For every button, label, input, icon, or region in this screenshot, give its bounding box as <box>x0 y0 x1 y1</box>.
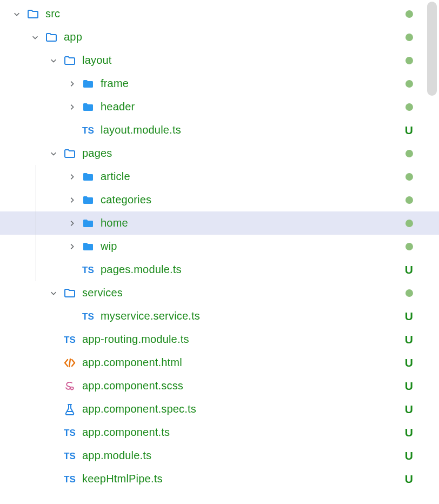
git-modified-dot <box>405 289 413 297</box>
tree-item-label: app <box>64 31 82 43</box>
git-modified-dot <box>405 220 413 227</box>
chevron-down-icon[interactable] <box>29 31 41 43</box>
tree-item-label: home <box>101 217 128 229</box>
tree-item-label: wip <box>101 240 117 253</box>
folder-icon <box>26 7 40 21</box>
git-untracked-badge: U <box>405 380 413 393</box>
git-modified-dot <box>405 173 413 181</box>
git-untracked-badge: U <box>405 473 413 486</box>
folder-icon <box>81 216 95 230</box>
tree-row[interactable]: keepHtmlPipe.tsU <box>0 467 439 490</box>
tree-row[interactable]: app.component.spec.tsU <box>0 397 439 421</box>
tree-row[interactable]: app.component.htmlU <box>0 351 439 374</box>
folder-icon <box>81 100 95 114</box>
chevron-down-icon[interactable] <box>48 287 59 299</box>
tree-item-label: layout <box>82 54 112 67</box>
tree-item-label: header <box>101 101 135 113</box>
git-untracked-badge: U <box>405 124 413 137</box>
typescript-file-icon <box>81 309 95 323</box>
chevron-right-icon[interactable] <box>66 194 78 206</box>
tree-row[interactable]: wip <box>0 235 439 258</box>
folder-icon <box>81 170 95 184</box>
chevron-down-icon[interactable] <box>48 55 59 67</box>
git-untracked-badge: U <box>405 449 413 462</box>
folder-icon <box>81 193 95 207</box>
chevron-right-icon[interactable] <box>66 171 78 183</box>
tree-row[interactable]: pages.module.tsU <box>0 258 439 281</box>
chevron-right-icon[interactable] <box>66 217 78 229</box>
git-modified-dot <box>405 150 413 157</box>
git-modified-dot <box>405 34 413 41</box>
tree-row[interactable]: article <box>0 165 439 188</box>
tree-row[interactable]: src <box>0 2 439 25</box>
folder-icon <box>63 147 77 161</box>
tree-item-label: app.module.ts <box>82 449 151 462</box>
tree-item-label: app.component.scss <box>82 380 183 392</box>
tree-item-label: services <box>82 287 123 299</box>
tree-item-label: app.component.spec.ts <box>82 403 196 415</box>
folder-icon <box>81 240 95 254</box>
typescript-file-icon <box>81 263 95 277</box>
tree-row[interactable]: header <box>0 95 439 118</box>
tree-item-label: article <box>101 170 130 183</box>
chevron-down-icon[interactable] <box>48 148 59 160</box>
chevron-right-icon[interactable] <box>66 78 78 90</box>
git-modified-dot <box>405 243 413 250</box>
git-untracked-badge: U <box>405 426 413 439</box>
git-modified-dot <box>405 10 413 18</box>
git-modified-dot <box>405 57 413 64</box>
folder-icon <box>44 30 58 44</box>
tree-row[interactable]: categories <box>0 188 439 211</box>
chevron-right-icon[interactable] <box>66 241 78 253</box>
tree-row[interactable]: app-routing.module.tsU <box>0 328 439 351</box>
file-tree: srcapplayoutframeheaderlayout.module.tsU… <box>0 0 439 490</box>
git-untracked-badge: U <box>405 333 413 346</box>
typescript-file-icon <box>63 472 77 486</box>
git-untracked-badge: U <box>405 356 413 369</box>
tree-item-label: pages <box>82 147 112 160</box>
tree-item-label: app.component.ts <box>82 426 170 439</box>
html-file-icon <box>63 356 77 370</box>
tree-item-label: app-routing.module.ts <box>82 333 189 346</box>
scss-file-icon <box>63 379 77 393</box>
folder-icon <box>63 286 77 300</box>
git-modified-dot <box>405 196 413 204</box>
git-untracked-badge: U <box>405 263 413 276</box>
tree-row[interactable]: app.component.scssU <box>0 374 439 397</box>
tree-row[interactable]: layout <box>0 49 439 72</box>
git-untracked-badge: U <box>405 403 413 416</box>
tree-row[interactable]: layout.module.tsU <box>0 118 439 142</box>
tree-row[interactable]: app.module.tsU <box>0 444 439 467</box>
tree-item-label: categories <box>101 194 151 206</box>
scrollbar[interactable] <box>427 2 437 96</box>
tree-item-label: keepHtmlPipe.ts <box>82 473 163 485</box>
tree-item-label: myservice.service.ts <box>101 310 200 322</box>
tree-row[interactable]: myservice.service.tsU <box>0 304 439 328</box>
tree-row[interactable]: frame <box>0 72 439 95</box>
tree-row[interactable]: app.component.tsU <box>0 421 439 444</box>
chevron-right-icon[interactable] <box>66 101 78 113</box>
tree-item-label: app.component.html <box>82 356 182 369</box>
tree-row[interactable]: services <box>0 281 439 304</box>
typescript-file-icon <box>81 123 95 137</box>
tree-row[interactable]: home <box>0 211 439 235</box>
git-untracked-badge: U <box>405 310 413 323</box>
tree-row[interactable]: pages <box>0 142 439 165</box>
typescript-file-icon <box>63 333 77 347</box>
typescript-file-icon <box>63 426 77 440</box>
chevron-down-icon[interactable] <box>11 8 23 20</box>
tree-item-label: pages.module.ts <box>101 263 182 276</box>
tree-item-label: frame <box>101 77 129 90</box>
git-modified-dot <box>405 80 413 88</box>
folder-icon <box>63 54 77 68</box>
git-modified-dot <box>405 103 413 111</box>
tree-row[interactable]: app <box>0 25 439 49</box>
folder-icon <box>81 77 95 91</box>
typescript-file-icon <box>63 449 77 463</box>
test-file-icon <box>63 402 77 416</box>
tree-item-label: layout.module.ts <box>101 124 181 136</box>
tree-item-label: src <box>45 8 60 20</box>
